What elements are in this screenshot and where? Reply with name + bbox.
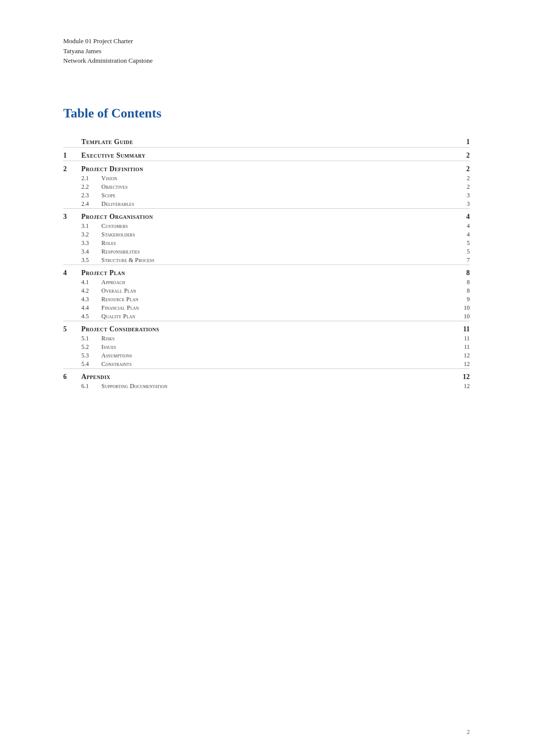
subsection-number: 4.4 xyxy=(81,304,101,312)
subsection-label: Roles xyxy=(101,239,450,247)
subsection-label: Issues xyxy=(101,343,450,351)
toc-section-row: 1Executive Summary2 xyxy=(63,149,470,161)
subsection-indent xyxy=(63,360,81,369)
subsection-label: Resource Plan xyxy=(101,295,450,304)
subsection-indent xyxy=(63,334,81,343)
section-number: 4 xyxy=(63,266,81,278)
section-label: Project Considerations xyxy=(81,322,450,334)
section-label: Project Definition xyxy=(81,162,450,174)
subsection-label: Constraints xyxy=(101,360,450,369)
subsection-label: Quality Plan xyxy=(101,312,450,321)
toc-subsection-row: 2.4Deliverables3 xyxy=(63,200,470,209)
section-label: Project Organisation xyxy=(81,210,450,222)
subsection-label: Financial Plan xyxy=(101,304,450,312)
section-number: 6 xyxy=(63,370,81,382)
toc-table: Template Guide11Executive Summary22Proje… xyxy=(63,135,470,391)
subsection-label: Stakeholders xyxy=(101,230,450,239)
subsection-indent xyxy=(63,256,81,265)
subsection-number: 2.3 xyxy=(81,191,101,200)
subsection-page: 12 xyxy=(450,382,470,391)
subsection-label: Assumptions xyxy=(101,351,450,360)
toc-subsection-row: 4.1Approach8 xyxy=(63,278,470,287)
section-label: Appendix xyxy=(81,370,450,382)
subsection-indent xyxy=(63,200,81,209)
section-label: Project Plan xyxy=(81,266,450,278)
subsection-indent xyxy=(63,304,81,312)
header-line1: Module 01 Project Charter xyxy=(63,36,470,46)
subsection-indent xyxy=(63,230,81,239)
toc-subsection-row: 5.2Issues11 xyxy=(63,343,470,351)
toc-subsection-row: 3.3Roles5 xyxy=(63,239,470,247)
subsection-indent xyxy=(63,295,81,304)
subsection-label: Responsibilities xyxy=(101,247,450,256)
subsection-label: Vision xyxy=(101,174,450,183)
subsection-page: 8 xyxy=(450,287,470,295)
toc-subsection-row: 3.4Responsibilities5 xyxy=(63,247,470,256)
subsection-number: 4.3 xyxy=(81,295,101,304)
toc-section-row: 3Project Organisation4 xyxy=(63,210,470,222)
header-info: Module 01 Project Charter Tatyana James … xyxy=(63,36,470,66)
toc-subsection-row: 2.2Objectives2 xyxy=(63,183,470,191)
subsection-number: 5.1 xyxy=(81,334,101,343)
subsection-indent xyxy=(63,287,81,295)
subsection-label: Deliverables xyxy=(101,200,450,209)
section-number: 3 xyxy=(63,210,81,222)
toc-title: Table of Contents xyxy=(63,106,470,121)
section-page: 8 xyxy=(450,266,470,278)
section-number: 1 xyxy=(63,149,81,161)
subsection-page: 12 xyxy=(450,360,470,369)
subsection-indent xyxy=(63,174,81,183)
section-page: 1 xyxy=(450,135,470,148)
subsection-page: 10 xyxy=(450,304,470,312)
subsection-indent xyxy=(63,351,81,360)
toc-section-row: 2Project Definition2 xyxy=(63,162,470,174)
subsection-label: Supporting Documentation xyxy=(101,382,450,391)
subsection-page: 11 xyxy=(450,343,470,351)
toc-subsection-row: 4.5Quality Plan10 xyxy=(63,312,470,321)
section-number xyxy=(63,135,81,148)
subsection-page: 10 xyxy=(450,312,470,321)
subsection-page: 7 xyxy=(450,256,470,265)
toc-section-row: 6Appendix12 xyxy=(63,370,470,382)
header-line3: Network Administration Capstone xyxy=(63,56,470,66)
subsection-page: 8 xyxy=(450,278,470,287)
toc-subsection-row: 5.1Risks11 xyxy=(63,334,470,343)
subsection-indent xyxy=(63,239,81,247)
subsection-label: Objectives xyxy=(101,183,450,191)
subsection-page: 3 xyxy=(450,200,470,209)
subsection-number: 3.2 xyxy=(81,230,101,239)
toc-section-row: Template Guide1 xyxy=(63,135,470,148)
subsection-number: 3.3 xyxy=(81,239,101,247)
subsection-number: 2.1 xyxy=(81,174,101,183)
subsection-page: 2 xyxy=(450,183,470,191)
section-page: 2 xyxy=(450,162,470,174)
subsection-label: Overall Plan xyxy=(101,287,450,295)
section-page: 2 xyxy=(450,149,470,161)
toc-subsection-row: 3.5Structure & Process7 xyxy=(63,256,470,265)
subsection-indent xyxy=(63,191,81,200)
toc-subsection-row: 5.4Constraints12 xyxy=(63,360,470,369)
section-number: 5 xyxy=(63,322,81,334)
subsection-number: 5.3 xyxy=(81,351,101,360)
section-number: 2 xyxy=(63,162,81,174)
subsection-page: 4 xyxy=(450,230,470,239)
subsection-number: 6.1 xyxy=(81,382,101,391)
toc-subsection-row: 5.3Assumptions12 xyxy=(63,351,470,360)
subsection-number: 4.1 xyxy=(81,278,101,287)
page-number: 2 xyxy=(467,728,470,736)
subsection-number: 4.2 xyxy=(81,287,101,295)
subsection-number: 2.4 xyxy=(81,200,101,209)
section-page: 4 xyxy=(450,210,470,222)
subsection-number: 4.5 xyxy=(81,312,101,321)
subsection-indent xyxy=(63,382,81,391)
toc-subsection-row: 3.2Stakeholders4 xyxy=(63,230,470,239)
subsection-indent xyxy=(63,278,81,287)
subsection-indent xyxy=(63,343,81,351)
subsection-number: 5.2 xyxy=(81,343,101,351)
subsection-page: 9 xyxy=(450,295,470,304)
subsection-label: Scope xyxy=(101,191,450,200)
header-line2: Tatyana James xyxy=(63,46,470,56)
subsection-page: 3 xyxy=(450,191,470,200)
subsection-page: 5 xyxy=(450,239,470,247)
subsection-page: 2 xyxy=(450,174,470,183)
